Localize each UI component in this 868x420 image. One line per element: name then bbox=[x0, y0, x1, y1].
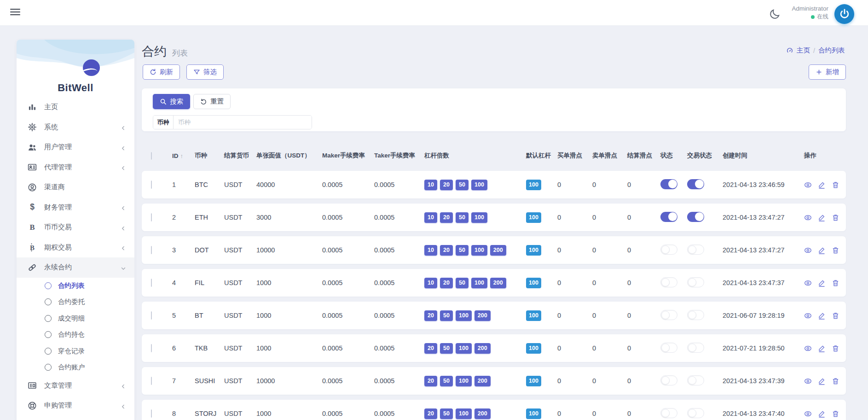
status-toggle[interactable] bbox=[660, 408, 677, 418]
trade-status-toggle[interactable] bbox=[687, 375, 704, 385]
column-header-1[interactable]: ID↑ bbox=[172, 152, 195, 159]
trade-status-toggle[interactable] bbox=[687, 179, 704, 189]
select-all-checkbox[interactable] bbox=[151, 152, 152, 160]
row-checkbox[interactable] bbox=[151, 246, 152, 254]
delete-trash-icon[interactable] bbox=[832, 214, 839, 222]
sidebar-item-finance-mgmt[interactable]: $财务管理 bbox=[17, 198, 134, 218]
edit-pencil-icon[interactable] bbox=[818, 410, 826, 418]
cell-buy-slippage: 0 bbox=[557, 181, 592, 188]
cell-actions bbox=[804, 377, 846, 385]
sidebar-subitem-contract-list[interactable]: 合约列表 bbox=[17, 278, 134, 294]
sidebar-item-option-trade[interactable]: B期权交易 bbox=[17, 238, 134, 258]
sidebar-item-spot-trade[interactable]: B币币交易 bbox=[17, 217, 134, 238]
trade-status-toggle[interactable] bbox=[687, 212, 704, 222]
row-checkbox[interactable] bbox=[151, 409, 152, 418]
breadcrumb-home-link[interactable]: 主页 bbox=[797, 46, 810, 55]
sidebar-item-label: 文章管理 bbox=[44, 381, 121, 390]
sidebar-item-article-mgmt[interactable]: 文章管理 bbox=[17, 376, 134, 396]
sidebar-item-agent-mgmt[interactable]: 代理管理 bbox=[17, 158, 134, 178]
edit-pencil-icon[interactable] bbox=[818, 181, 826, 189]
cell-id: 1 bbox=[172, 181, 195, 188]
chevron-left-icon bbox=[121, 225, 126, 230]
page-subtitle: 列表 bbox=[172, 48, 188, 58]
view-eye-icon[interactable] bbox=[804, 214, 812, 222]
edit-pencil-icon[interactable] bbox=[818, 214, 826, 222]
edit-pencil-icon[interactable] bbox=[818, 312, 826, 320]
status-toggle[interactable] bbox=[660, 343, 677, 353]
table-body: 1BTCUSDT400000.00050.0005102050100100000… bbox=[142, 171, 846, 420]
row-checkbox[interactable] bbox=[151, 181, 152, 189]
edit-pencil-icon[interactable] bbox=[818, 246, 826, 254]
sidebar-item-perpetual[interactable]: 永续合约 bbox=[17, 257, 134, 278]
chevron-down-icon bbox=[121, 265, 126, 270]
status-toggle[interactable] bbox=[660, 179, 677, 189]
leverage-badge: 20 bbox=[424, 343, 437, 354]
view-eye-icon[interactable] bbox=[804, 181, 812, 189]
status-toggle[interactable] bbox=[660, 212, 677, 222]
status-toggle[interactable] bbox=[660, 245, 677, 255]
row-checkbox[interactable] bbox=[151, 311, 152, 320]
user-name: Administrator bbox=[792, 5, 828, 13]
sidebar-item-label: 财务管理 bbox=[44, 203, 121, 212]
edit-pencil-icon[interactable] bbox=[818, 377, 826, 385]
trade-status-toggle[interactable] bbox=[687, 408, 704, 418]
sidebar-item-channel-dealer[interactable]: 渠道商 bbox=[17, 177, 134, 198]
cell-coin: BT bbox=[195, 312, 224, 319]
row-checkbox[interactable] bbox=[151, 377, 152, 385]
edit-pencil-icon[interactable] bbox=[818, 344, 826, 352]
sort-asc-arrow: ↑ bbox=[180, 152, 184, 159]
sidebar-item-home[interactable]: 主页 bbox=[17, 97, 134, 117]
refresh-button[interactable]: 刷新 bbox=[143, 64, 180, 80]
view-eye-icon[interactable] bbox=[804, 312, 812, 320]
sidebar-item-user-mgmt[interactable]: 用户管理 bbox=[17, 137, 134, 158]
status-toggle[interactable] bbox=[660, 277, 677, 287]
view-eye-icon[interactable] bbox=[804, 246, 812, 254]
svg-text:B: B bbox=[29, 223, 35, 232]
delete-trash-icon[interactable] bbox=[832, 344, 839, 352]
sidebar-subitem-trade-details[interactable]: 成交明细 bbox=[17, 310, 134, 327]
power-avatar-button[interactable] bbox=[834, 4, 854, 24]
coinb-icon: B bbox=[28, 223, 37, 232]
add-button[interactable]: 新增 bbox=[809, 64, 846, 80]
sidebar-subitem-contract-accounts[interactable]: 合约账户 bbox=[17, 359, 134, 376]
dark-mode-moon-icon[interactable] bbox=[769, 8, 781, 20]
coin-filter-input[interactable] bbox=[174, 116, 312, 129]
view-eye-icon[interactable] bbox=[804, 377, 812, 385]
column-header-8: 默认杠杆 bbox=[526, 152, 557, 160]
user-info[interactable]: Administrator 在线 bbox=[792, 5, 828, 21]
status-toggle[interactable] bbox=[660, 375, 677, 385]
delete-trash-icon[interactable] bbox=[832, 377, 839, 385]
search-button[interactable]: 搜索 bbox=[153, 94, 190, 109]
view-eye-icon[interactable] bbox=[804, 344, 812, 352]
trade-status-toggle[interactable] bbox=[687, 310, 704, 320]
menu-toggle-icon[interactable] bbox=[10, 9, 20, 17]
trade-status-toggle[interactable] bbox=[687, 277, 704, 287]
filter-button[interactable]: 筛选 bbox=[186, 64, 224, 80]
table-row: 6TKBUSDT10000.00050.00052050100200100000… bbox=[142, 334, 846, 362]
view-eye-icon[interactable] bbox=[804, 279, 812, 287]
delete-trash-icon[interactable] bbox=[832, 410, 839, 418]
view-eye-icon[interactable] bbox=[804, 410, 812, 418]
cell-leverage-options: 2050100200 bbox=[424, 343, 526, 354]
status-toggle[interactable] bbox=[660, 310, 677, 320]
row-checkbox[interactable] bbox=[151, 279, 152, 287]
row-checkbox[interactable] bbox=[151, 344, 152, 352]
edit-pencil-icon[interactable] bbox=[818, 279, 826, 287]
cell-created-time: 2021-04-13 23:47:40 bbox=[723, 410, 804, 417]
sidebar-subitem-liquidation-records[interactable]: 穿仓记录 bbox=[17, 343, 134, 360]
sidebar-item-purchase-mgmt[interactable]: 申购管理 bbox=[17, 396, 134, 416]
delete-trash-icon[interactable] bbox=[832, 246, 839, 254]
breadcrumb-current[interactable]: 合约列表 bbox=[818, 46, 845, 55]
trade-status-toggle[interactable] bbox=[687, 245, 704, 255]
cell-coin: ETH bbox=[195, 214, 224, 221]
trade-status-toggle[interactable] bbox=[687, 343, 704, 353]
row-checkbox[interactable] bbox=[151, 213, 152, 222]
delete-trash-icon[interactable] bbox=[832, 312, 839, 320]
sidebar-subitem-contract-positions[interactable]: 合约持仓 bbox=[17, 327, 134, 343]
cell-actions bbox=[804, 279, 846, 287]
reset-button[interactable]: 重置 bbox=[193, 94, 231, 109]
delete-trash-icon[interactable] bbox=[832, 279, 839, 287]
delete-trash-icon[interactable] bbox=[832, 181, 839, 189]
sidebar-item-system[interactable]: 系统 bbox=[17, 117, 134, 138]
sidebar-subitem-contract-orders[interactable]: 合约委托 bbox=[17, 294, 134, 310]
